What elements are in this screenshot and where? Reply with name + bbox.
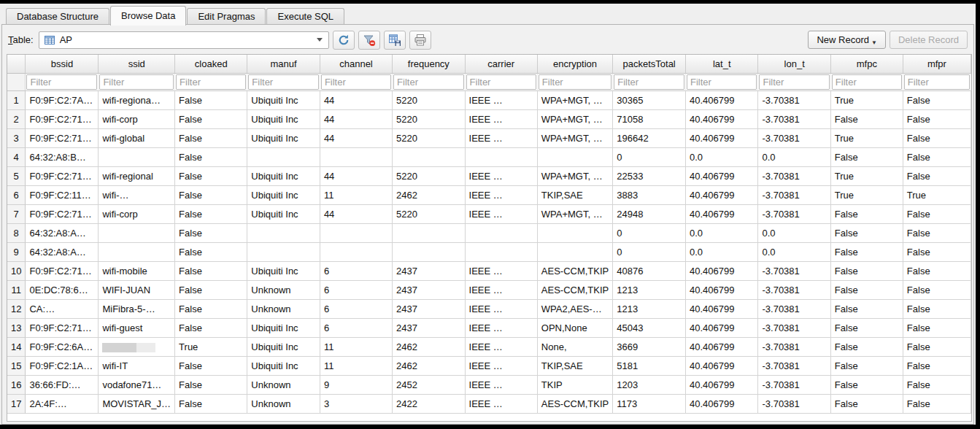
cell-lat_t[interactable]: 40.406799 xyxy=(686,91,759,110)
cell-manuf[interactable] xyxy=(247,148,320,167)
cell-carrier[interactable]: IEEE … xyxy=(466,110,538,129)
cell-packetsTotal[interactable]: 0 xyxy=(613,243,686,262)
cell-carrier[interactable] xyxy=(466,243,538,262)
cell-encryption[interactable]: AES-CCM,TKIP xyxy=(538,262,613,281)
cell-mfpc[interactable]: False xyxy=(831,224,903,243)
cell-lat_t[interactable]: 40.406799 xyxy=(686,129,759,148)
cell-frequency[interactable]: 2437 xyxy=(393,281,465,300)
cell-ssid[interactable]: wifi-guest xyxy=(99,319,175,338)
cell-frequency[interactable]: 2437 xyxy=(393,262,465,281)
cell-ssid[interactable]: wifi-mobile xyxy=(99,262,175,281)
cell-frequency[interactable]: 5220 xyxy=(393,110,465,129)
cell-packetsTotal[interactable]: 1173 xyxy=(613,395,686,414)
cell-mfpc[interactable]: False xyxy=(831,300,903,319)
cell-mfpr[interactable]: False xyxy=(903,167,971,186)
cell-cloaked[interactable]: False xyxy=(175,395,247,414)
cell-packetsTotal[interactable]: 5181 xyxy=(613,357,686,376)
cell-bssid[interactable]: 64:32:A8:A… xyxy=(26,224,99,243)
row-number[interactable]: 10 xyxy=(7,262,26,281)
cell-manuf[interactable]: Unknown xyxy=(247,376,320,395)
cell-frequency[interactable]: 2437 xyxy=(393,319,465,338)
cell-carrier[interactable]: IEEE … xyxy=(466,186,538,205)
cell-ssid[interactable]: wifi-… xyxy=(99,186,175,205)
row-number[interactable]: 15 xyxy=(7,357,26,376)
cell-mfpc[interactable]: False xyxy=(831,281,903,300)
cell-cloaked[interactable]: False xyxy=(175,186,247,205)
cell-frequency[interactable]: 2437 xyxy=(393,300,465,319)
cell-lon_t[interactable]: -3.70381 xyxy=(758,110,830,129)
cell-manuf[interactable] xyxy=(247,243,320,262)
cell-cloaked[interactable]: False xyxy=(175,281,247,300)
cell-channel[interactable]: 11 xyxy=(320,357,393,376)
cell-packetsTotal[interactable]: 0 xyxy=(613,148,686,167)
cell-bssid[interactable]: 64:32:A8:B… xyxy=(26,148,99,167)
filter-input-manuf[interactable] xyxy=(248,74,319,90)
cell-manuf[interactable]: Ubiquiti Inc xyxy=(247,167,320,186)
column-header-frequency[interactable]: frequency xyxy=(393,55,465,74)
filter-input-mfpr[interactable] xyxy=(904,74,970,90)
cell-channel[interactable] xyxy=(320,243,393,262)
cell-mfpr[interactable]: False xyxy=(903,129,971,148)
cell-ssid[interactable] xyxy=(99,148,175,167)
cell-carrier[interactable]: IEEE … xyxy=(466,167,538,186)
cell-encryption[interactable]: OPN,None xyxy=(538,319,613,338)
cell-lat_t[interactable]: 40.406799 xyxy=(686,281,759,300)
cell-ssid[interactable]: wifi-regional xyxy=(99,167,175,186)
cell-lon_t[interactable]: -3.70381 xyxy=(758,129,830,148)
filter-input-cloaked[interactable] xyxy=(176,74,246,90)
cell-lat_t[interactable]: 40.406799 xyxy=(686,205,759,224)
cell-packetsTotal[interactable]: 3883 xyxy=(613,186,686,205)
cell-manuf[interactable]: Ubiquiti Inc xyxy=(247,262,320,281)
cell-lat_t[interactable]: 40.406799 xyxy=(686,300,759,319)
cell-ssid[interactable]: WIFI-JUAN xyxy=(99,281,175,300)
cell-mfpc[interactable]: True xyxy=(831,91,903,110)
row-number[interactable]: 5 xyxy=(7,167,26,186)
cell-manuf[interactable]: Ubiquiti Inc xyxy=(247,91,320,110)
cell-bssid[interactable]: CA:… xyxy=(26,300,99,319)
cell-carrier[interactable]: IEEE … xyxy=(466,338,538,357)
cell-mfpc[interactable]: False xyxy=(831,395,903,414)
cell-packetsTotal[interactable]: 1213 xyxy=(613,281,686,300)
cell-carrier[interactable]: IEEE … xyxy=(466,357,538,376)
cell-encryption[interactable] xyxy=(538,148,613,167)
cell-ssid[interactable]: MOVISTAR_J… xyxy=(99,395,175,414)
cell-frequency[interactable]: 2462 xyxy=(393,186,465,205)
cell-encryption[interactable]: WPA+MGT, … xyxy=(538,110,613,129)
cell-channel[interactable] xyxy=(320,148,393,167)
cell-lat_t[interactable]: 40.406799 xyxy=(686,110,759,129)
filter-input-frequency[interactable] xyxy=(393,74,463,90)
filter-input-encryption[interactable] xyxy=(539,74,611,90)
cell-lat_t[interactable]: 40.406799 xyxy=(686,357,759,376)
cell-cloaked[interactable]: False xyxy=(175,300,247,319)
cell-mfpc[interactable]: False xyxy=(831,376,903,395)
cell-mfpc[interactable]: True xyxy=(831,167,903,186)
cell-lat_t[interactable]: 0.0 xyxy=(686,148,759,167)
filter-input-mfpc[interactable] xyxy=(832,74,902,90)
cell-packetsTotal[interactable]: 22533 xyxy=(613,167,686,186)
cell-frequency[interactable]: 5220 xyxy=(393,129,465,148)
cell-channel[interactable]: 6 xyxy=(320,281,393,300)
cell-packetsTotal[interactable]: 3669 xyxy=(613,338,686,357)
cell-mfpr[interactable]: False xyxy=(903,300,971,319)
row-number[interactable]: 3 xyxy=(7,129,26,148)
cell-lon_t[interactable]: 0.0 xyxy=(758,224,830,243)
cell-ssid[interactable]: wifi-global xyxy=(99,129,175,148)
cell-carrier[interactable]: IEEE … xyxy=(466,300,538,319)
column-header-carrier[interactable]: carrier xyxy=(466,55,538,74)
cell-mfpc[interactable]: False xyxy=(831,148,903,167)
cell-mfpc[interactable]: False xyxy=(831,205,903,224)
cell-packetsTotal[interactable]: 71058 xyxy=(613,110,686,129)
cell-mfpr[interactable]: False xyxy=(903,281,971,300)
cell-lat_t[interactable]: 40.406799 xyxy=(686,395,759,414)
cell-ssid[interactable] xyxy=(99,338,175,357)
cell-lon_t[interactable]: -3.70381 xyxy=(758,205,830,224)
row-number[interactable]: 17 xyxy=(7,395,26,414)
cell-packetsTotal[interactable]: 24948 xyxy=(613,205,686,224)
cell-frequency[interactable] xyxy=(393,224,465,243)
cell-bssid[interactable]: F0:9F:C2:6A… xyxy=(26,338,99,357)
cell-bssid[interactable]: F0:9F:C2:71… xyxy=(26,110,99,129)
cell-manuf[interactable]: Ubiquiti Inc xyxy=(247,338,320,357)
cell-carrier[interactable]: IEEE … xyxy=(466,262,538,281)
cell-carrier[interactable]: IEEE … xyxy=(466,129,538,148)
filter-input-channel[interactable] xyxy=(321,74,391,90)
